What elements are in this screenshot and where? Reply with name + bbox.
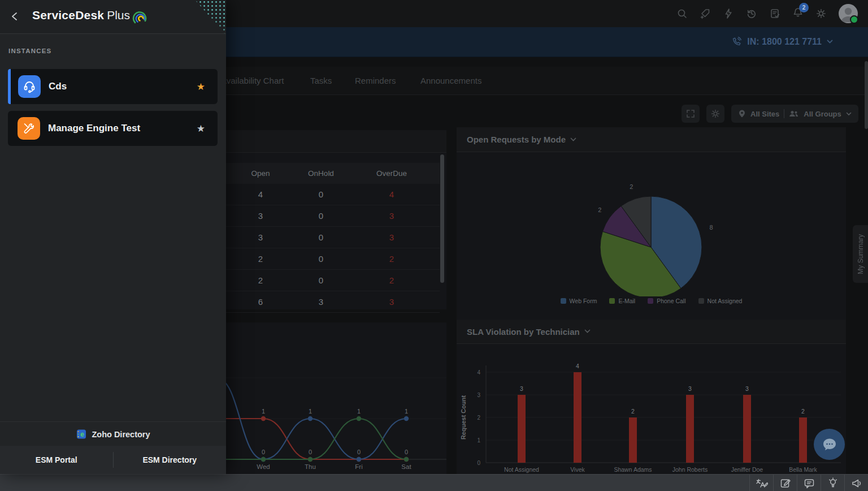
table-cell: 0 [295, 211, 347, 221]
location-pin-icon [738, 109, 746, 118]
history-icon[interactable] [746, 8, 757, 19]
chat-fab-button[interactable] [814, 429, 845, 460]
logo-text-light: Plus [107, 8, 130, 22]
table-cell: 3 [226, 232, 295, 242]
esm-directory-link[interactable]: ESM Directory [114, 446, 227, 474]
table-cell: 3 [347, 297, 436, 307]
svg-text:3: 3 [520, 385, 523, 392]
table-cell: 2 [226, 254, 295, 264]
legend-item[interactable]: Phone Call [648, 298, 685, 304]
task-edit-icon[interactable] [769, 8, 780, 19]
svg-text:2: 2 [598, 206, 601, 213]
tab-tasks[interactable]: Tasks [310, 67, 332, 94]
svg-text:1: 1 [405, 408, 408, 415]
table-row[interactable]: 633 [226, 291, 440, 313]
svg-text:3: 3 [688, 385, 692, 392]
table-cell: 0 [295, 275, 347, 285]
svg-text:Sat: Sat [401, 463, 411, 470]
bulb-icon [827, 477, 839, 489]
sidebar-header: ServiceDesk Plus [0, 0, 226, 34]
bar [518, 395, 526, 463]
bar [574, 372, 581, 463]
data-point [357, 457, 361, 462]
instance-card-cds[interactable]: Cds ★ [8, 69, 218, 104]
bar [629, 417, 637, 463]
legend-item[interactable]: E-Mail [609, 298, 635, 304]
svg-text:Jeniffer Doe: Jeniffer Doe [731, 466, 763, 473]
feedback-button[interactable] [773, 475, 797, 491]
table-row[interactable]: 303 [226, 227, 440, 248]
logo-text-bold: ServiceDesk [32, 8, 104, 22]
table-row[interactable]: 404 [226, 184, 440, 205]
chevron-down-icon[interactable] [584, 329, 591, 334]
flash-icon[interactable] [723, 8, 734, 19]
table-cell: 3 [295, 297, 347, 307]
notifications[interactable]: 2 [792, 7, 804, 20]
table-scrollbar[interactable] [440, 154, 444, 283]
support-phone[interactable]: IN: 1800 121 7711 [731, 27, 833, 57]
tag-add-icon[interactable] [700, 8, 711, 19]
fullscreen-button[interactable] [682, 105, 700, 123]
my-summary-tab[interactable]: My Summary [853, 225, 868, 283]
instance-card-manage-engine-test[interactable]: Manage Engine Test ★ [8, 111, 218, 146]
table-row[interactable]: 202 [226, 270, 440, 291]
translate-button[interactable] [749, 475, 773, 491]
tools-icon [18, 117, 40, 140]
svg-text:Shawn Adams: Shawn Adams [614, 466, 652, 473]
chevron-down-icon [827, 40, 833, 44]
announce-button[interactable] [844, 475, 868, 491]
chevron-down-icon[interactable] [570, 137, 576, 142]
svg-text:3: 3 [745, 385, 749, 392]
svg-text:2: 2 [477, 415, 480, 421]
svg-text:4: 4 [477, 369, 480, 376]
dashboard-settings-button[interactable] [706, 105, 724, 123]
table-cell: 3 [226, 211, 295, 221]
settings-gear-icon[interactable] [815, 8, 827, 19]
dashboard-toolbar: All Sites All Groups [682, 105, 858, 123]
svg-text:8: 8 [612, 295, 615, 296]
comments-button[interactable] [797, 475, 821, 491]
search-icon[interactable] [676, 8, 688, 19]
my-summary-label: My Summary [857, 234, 865, 274]
star-favorite-icon[interactable]: ★ [197, 124, 205, 133]
table-row[interactable]: 202 [226, 248, 440, 270]
svg-text:0: 0 [309, 449, 312, 455]
page-scrollbar[interactable] [865, 61, 868, 129]
data-point [261, 416, 266, 421]
tab-reminders[interactable]: Reminders [355, 67, 396, 94]
table-cell: 0 [295, 232, 347, 242]
pie-chart: 8822 [457, 152, 846, 296]
legend-item[interactable]: Not Assigned [698, 298, 743, 304]
svg-text:2: 2 [801, 408, 805, 415]
tab-announcements[interactable]: Announcements [420, 67, 481, 94]
servicedesk-plus-logo: ServiceDesk Plus [32, 8, 147, 24]
translate-icon [756, 477, 768, 489]
esm-portal-link[interactable]: ESM Portal [0, 446, 113, 474]
svg-text:0: 0 [357, 449, 361, 455]
back-icon[interactable] [10, 12, 19, 21]
instances-sidebar-panel: ServiceDesk Plus INSTANCES [0, 0, 226, 474]
user-avatar[interactable] [839, 4, 858, 23]
column-header[interactable]: OnHold [295, 169, 347, 178]
svg-text:1: 1 [357, 408, 361, 415]
star-favorite-icon[interactable]: ★ [197, 82, 205, 92]
svg-text:John Roberts: John Roberts [672, 466, 708, 473]
bottom-utility-bar [0, 474, 868, 491]
pie-legend: Web FormE-MailPhone CallNot Assigned [457, 298, 846, 304]
column-header[interactable]: Open [226, 169, 295, 178]
instances-section-label: INSTANCES [8, 48, 51, 54]
tab-availability-chart[interactable]: Availability Chart [221, 67, 284, 94]
table-cell: 2 [347, 275, 436, 285]
table-row[interactable]: 303 [226, 205, 440, 227]
svg-text:Thu: Thu [305, 463, 316, 470]
tips-button[interactable] [821, 475, 844, 491]
svg-text:4: 4 [576, 363, 579, 369]
zoho-directory-link[interactable]: e Zoho Directory [0, 421, 226, 446]
data-point [357, 416, 361, 421]
instance-name: Cds [49, 81, 197, 92]
svg-text:Fri: Fri [355, 463, 362, 470]
legend-item[interactable]: Web Form [561, 298, 597, 304]
sites-groups-filter[interactable]: All Sites All Groups [731, 105, 858, 123]
column-header[interactable]: OverDue [347, 169, 436, 178]
pie-widget-title: Open Requests by Mode [467, 135, 566, 144]
